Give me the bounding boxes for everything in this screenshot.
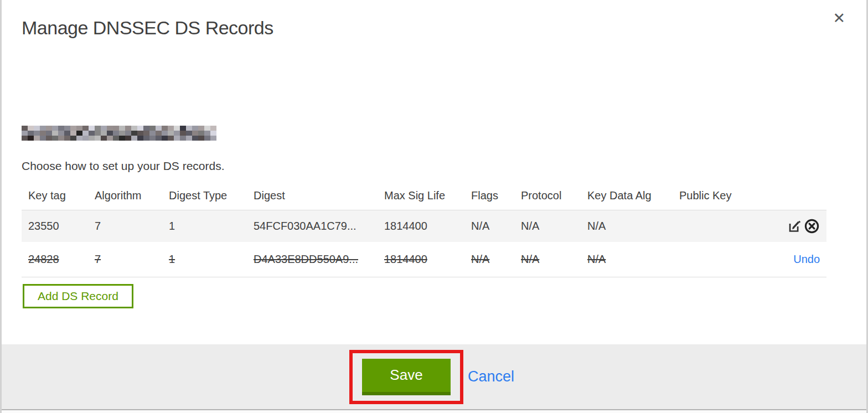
delete-record-icon[interactable] (804, 218, 820, 234)
row-actions (762, 218, 826, 234)
column-header-flags: Flags (471, 189, 521, 202)
edit-icon (787, 219, 802, 234)
cell-digest: D4A33E8DD550A9... (254, 253, 384, 266)
ds-records-table: Key tag Algorithm Digest Type Digest Max… (22, 181, 826, 277)
redacted-domain-name (22, 126, 216, 141)
column-header-protocol: Protocol (521, 189, 587, 202)
cancel-link[interactable]: Cancel (468, 368, 514, 385)
cell-digest-type: 1 (169, 253, 254, 266)
circle-x-icon (804, 218, 820, 234)
column-header-digest: Digest (254, 189, 384, 202)
table-header-row: Key tag Algorithm Digest Type Digest Max… (22, 181, 826, 210)
cell-max-sig-life: 1814400 (384, 253, 471, 266)
column-header-public-key: Public Key (679, 189, 762, 202)
column-header-key-tag: Key tag (28, 189, 95, 202)
cell-algorithm: 7 (95, 220, 169, 233)
annotation-red-box: Save (349, 350, 463, 404)
add-ds-record-button[interactable]: Add DS Record (23, 284, 133, 308)
undo-link[interactable]: Undo (793, 253, 820, 266)
column-header-max-sig-life: Max Sig Life (384, 189, 471, 202)
column-header-algorithm: Algorithm (95, 189, 169, 202)
table-row-deleted: 24828 7 1 D4A33E8DD550A9... 1814400 N/A … (22, 242, 826, 277)
close-icon[interactable]: ✕ (833, 11, 845, 26)
cell-key-data-alg: N/A (587, 253, 679, 266)
save-button[interactable]: Save (362, 359, 451, 395)
instruction-text: Choose how to set up your DS records. (22, 159, 866, 173)
cell-digest-type: 1 (169, 220, 254, 233)
cell-key-tag: 23550 (28, 220, 95, 233)
cell-digest: 54FCF030AA1C79... (254, 220, 384, 233)
table-row: 23550 7 1 54FCF030AA1C79... 1814400 N/A … (22, 210, 826, 242)
cell-flags: N/A (471, 253, 521, 266)
column-header-key-data-alg: Key Data Alg (587, 189, 679, 202)
column-header-digest-type: Digest Type (169, 189, 254, 202)
cell-protocol: N/A (521, 253, 587, 266)
window-bottom-edge (2, 409, 866, 413)
modal-title: Manage DNSSEC DS Records (22, 17, 866, 39)
cell-flags: N/A (471, 220, 521, 233)
edit-record-icon[interactable] (787, 219, 802, 234)
cell-algorithm: 7 (95, 253, 169, 266)
modal-footer: Save Cancel (2, 344, 866, 409)
manage-dnssec-modal: ✕ Manage DNSSEC DS Records Choose how to… (0, 0, 868, 413)
cell-key-tag: 24828 (28, 253, 95, 266)
cell-max-sig-life: 1814400 (384, 220, 471, 233)
cell-key-data-alg: N/A (587, 220, 679, 233)
cell-protocol: N/A (521, 220, 587, 233)
